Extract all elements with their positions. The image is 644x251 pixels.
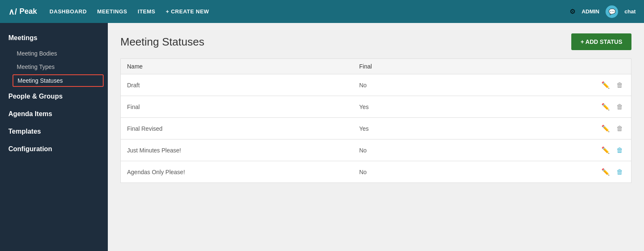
column-header-actions — [591, 63, 625, 70]
row-final-just-minutes: No — [359, 147, 592, 154]
row-name-final: Final — [127, 104, 359, 110]
sidebar-item-meeting-bodies[interactable]: Meeting Bodies — [0, 47, 108, 60]
sidebar-item-meeting-statuses[interactable]: Meeting Statuses — [13, 74, 104, 87]
nav-links: DASHBOARD MEETINGS ITEMS + CREATE NEW — [50, 8, 570, 15]
topnav-right: ⚙ ADMIN 💬 chat — [570, 5, 636, 18]
meetings-link[interactable]: MEETINGS — [97, 8, 127, 15]
table-row: Just Minutes Please! No ✏️ 🗑 — [121, 139, 631, 161]
delete-button-draft[interactable]: 🗑 — [615, 81, 625, 90]
edit-button-just-minutes[interactable]: ✏️ — [600, 145, 611, 155]
sidebar-section-agenda-items[interactable]: Agenda Items — [0, 105, 108, 123]
row-actions-agendas-only: ✏️ 🗑 — [591, 167, 625, 177]
row-actions-final-revised: ✏️ 🗑 — [591, 124, 625, 133]
chat-label[interactable]: chat — [624, 8, 636, 15]
row-final-agendas-only: No — [359, 169, 592, 175]
row-actions-draft: ✏️ 🗑 — [591, 80, 625, 90]
sidebar-section-meetings[interactable]: Meetings — [0, 29, 108, 47]
table-row: Final Revised Yes ✏️ 🗑 — [121, 118, 631, 139]
edit-button-final-revised[interactable]: ✏️ — [600, 124, 611, 133]
table-header: Name Final — [121, 59, 631, 74]
table-row: Final Yes ✏️ 🗑 — [121, 96, 631, 118]
page-header: Meeting Statuses + ADD STATUS — [120, 33, 631, 50]
delete-button-just-minutes[interactable]: 🗑 — [615, 146, 625, 155]
add-status-button[interactable]: + ADD STATUS — [571, 33, 631, 50]
delete-button-final[interactable]: 🗑 — [615, 102, 625, 112]
admin-label: ADMIN — [582, 8, 600, 15]
edit-button-draft[interactable]: ✏️ — [600, 80, 611, 90]
top-navigation: ∧/ Peak DASHBOARD MEETINGS ITEMS + CREAT… — [0, 0, 644, 23]
main-content: Meeting Statuses + ADD STATUS Name Final… — [108, 23, 644, 251]
row-final-draft: No — [359, 82, 592, 89]
edit-button-agendas-only[interactable]: ✏️ — [600, 167, 611, 177]
logo: ∧/ Peak — [8, 7, 37, 17]
row-name-agendas-only: Agendas Only Please! — [127, 169, 359, 175]
table-row: Draft No ✏️ 🗑 — [121, 74, 631, 96]
sidebar-item-meeting-types[interactable]: Meeting Types — [0, 60, 108, 74]
edit-button-final[interactable]: ✏️ — [600, 102, 611, 112]
sidebar: Meetings Meeting Bodies Meeting Types Me… — [0, 23, 108, 251]
sidebar-section-templates[interactable]: Templates — [0, 123, 108, 140]
delete-button-agendas-only[interactable]: 🗑 — [615, 167, 625, 177]
main-layout: Meetings Meeting Bodies Meeting Types Me… — [0, 23, 644, 251]
logo-icon: ∧/ — [8, 7, 17, 17]
row-final-final: Yes — [359, 104, 592, 110]
page-title: Meeting Statuses — [120, 35, 204, 48]
row-actions-final: ✏️ 🗑 — [591, 102, 625, 112]
row-name-final-revised: Final Revised — [127, 125, 359, 132]
table-row: Agendas Only Please! No ✏️ 🗑 — [121, 161, 631, 183]
column-header-name: Name — [127, 63, 359, 70]
dashboard-link[interactable]: DASHBOARD — [50, 8, 87, 15]
gear-icon[interactable]: ⚙ — [570, 8, 575, 15]
chat-bubble-icon[interactable]: 💬 — [606, 5, 618, 18]
delete-button-final-revised[interactable]: 🗑 — [615, 124, 625, 133]
row-actions-just-minutes: ✏️ 🗑 — [591, 145, 625, 155]
status-table: Name Final Draft No ✏️ 🗑 Final Yes ✏️ � — [120, 58, 631, 183]
row-name-just-minutes: Just Minutes Please! — [127, 147, 359, 154]
create-new-link[interactable]: + CREATE NEW — [166, 8, 209, 15]
row-final-final-revised: Yes — [359, 125, 592, 132]
row-name-draft: Draft — [127, 82, 359, 89]
sidebar-section-configuration[interactable]: Configuration — [0, 140, 108, 158]
logo-text: Peak — [20, 7, 37, 16]
column-header-final: Final — [359, 63, 592, 70]
items-link[interactable]: ITEMS — [138, 8, 155, 15]
sidebar-section-people-groups[interactable]: People & Groups — [0, 88, 108, 105]
